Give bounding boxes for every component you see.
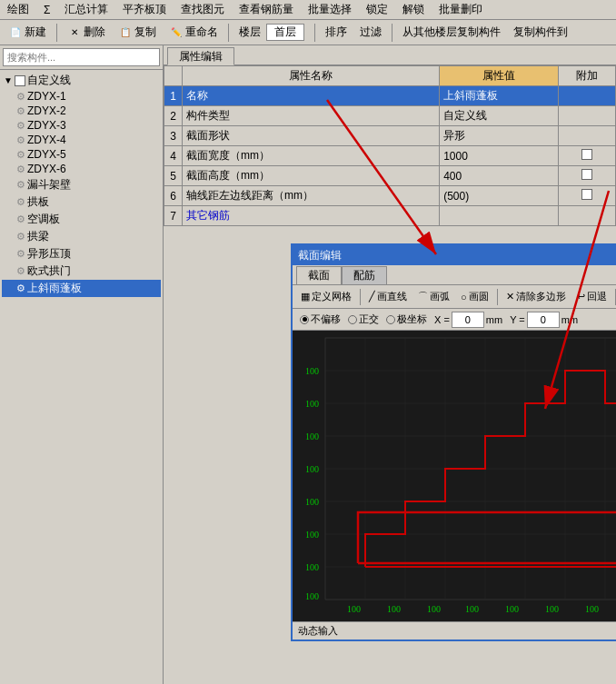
menu-draw[interactable]: 绘图	[4, 1, 33, 18]
search-input[interactable]	[3, 48, 160, 66]
sidebar-item-zdyx3[interactable]: ⚙ ZDYX-3	[2, 118, 161, 133]
sidebar-item-zdyx5[interactable]: ⚙ ZDYX-5	[2, 147, 161, 162]
sidebar-item-arcbeam[interactable]: ⚙ 拱梁	[2, 228, 161, 245]
col-extra-header: 附加	[559, 66, 616, 86]
menu-bar: 绘图 Σ 汇总计算 平齐板顶 查找图元 查看钢筋量 批量选择 锁定 解锁 批量删…	[0, 0, 616, 20]
sidebar-item-arch-door[interactable]: ⚙ 欧式拱门	[2, 263, 161, 280]
table-row: 6 轴线距左边线距离（mm） (500)	[164, 186, 616, 206]
row-num-7: 7	[164, 206, 183, 226]
prop-name-4: 截面宽度（mm）	[183, 146, 440, 166]
sidebar-item-arch[interactable]: ⚙ 拱板	[2, 193, 161, 211]
copy-button[interactable]: 📋 复制	[114, 22, 161, 43]
sep-d1	[360, 289, 361, 305]
no-offset-radio[interactable]: 不偏移	[300, 312, 341, 326]
polar-radio-circle	[386, 315, 395, 324]
prop-value-5[interactable]: 400	[440, 166, 559, 186]
menu-rebar-view[interactable]: 查看钢筋量	[235, 1, 297, 18]
col-name-header: 属性名称	[183, 66, 440, 86]
row-num-5: 5	[164, 166, 183, 186]
layer-select[interactable]: 楼层 首层	[234, 21, 309, 44]
copy-struct-button[interactable]: 复制构件到	[509, 22, 572, 43]
draw-rect-button[interactable]: ○ 画圆	[456, 288, 493, 305]
menu-align[interactable]: 平齐板顶	[119, 1, 170, 18]
checkbox-5[interactable]	[581, 169, 592, 180]
menu-batch-print[interactable]: 批量删印	[435, 1, 486, 18]
sep1	[56, 24, 57, 42]
prop-extra-4[interactable]	[559, 146, 616, 166]
menu-sigma[interactable]: Σ	[40, 3, 54, 17]
prop-value-3[interactable]: 异形	[440, 126, 559, 146]
tree-area: ▼ 自定义线 ⚙ ZDYX-1 ⚙ ZDYX-2 ⚙ ZDYX-3 ⚙ ZDYX…	[0, 70, 163, 684]
tab-attr-edit[interactable]: 属性编辑	[167, 47, 234, 65]
prop-name-6: 轴线距左边线距离（mm）	[183, 186, 440, 206]
prop-extra-1	[559, 86, 616, 106]
clear-poly-button[interactable]: ✕ 清除多边形	[502, 288, 571, 305]
draw-arc-button[interactable]: ⌒ 画弧	[413, 288, 454, 305]
menu-batch-select[interactable]: 批量选择	[304, 1, 355, 18]
x-input[interactable]	[452, 312, 484, 328]
prop-value-1[interactable]: 上斜雨蓬板	[440, 86, 559, 106]
table-row: 1 名称 上斜雨蓬板	[164, 86, 616, 106]
x-label-3: 100	[427, 604, 441, 614]
gear-icon-3: ⚙	[16, 120, 25, 132]
checkbox-root[interactable]	[15, 75, 25, 86]
prop-extra-2	[559, 106, 616, 126]
gear-icon-6: ⚙	[16, 164, 25, 175]
rename-button[interactable]: ✏️ 重命名	[164, 22, 223, 43]
sidebar-item-zdyx4[interactable]: ⚙ ZDYX-4	[2, 133, 161, 147]
left-label-7: 100	[305, 562, 319, 572]
sep4	[392, 24, 392, 42]
checkbox-4[interactable]	[581, 149, 592, 160]
sort-button[interactable]: 排序	[321, 22, 352, 43]
row-num-4: 4	[164, 146, 183, 166]
prop-extra-6[interactable]	[559, 186, 616, 206]
prop-value-7[interactable]	[440, 206, 559, 226]
new-button[interactable]: 📄 新建	[4, 22, 51, 43]
prop-value-2[interactable]: 自定义线	[440, 106, 559, 126]
gear-icon-4: ⚙	[16, 134, 25, 146]
undo-button[interactable]: ↩ 回退	[572, 288, 611, 305]
menu-unlock[interactable]: 解锁	[399, 1, 428, 18]
sidebar-item-zdyx2[interactable]: ⚙ ZDYX-2	[2, 104, 161, 118]
delete-button[interactable]: ✕ 删除	[63, 22, 110, 43]
y-input[interactable]	[527, 312, 560, 328]
dialog-tab-rebar[interactable]: 配筋	[342, 266, 387, 284]
sidebar-item-funnel[interactable]: ⚙ 漏斗架壁	[2, 176, 161, 193]
orthogonal-radio[interactable]: 正交	[348, 312, 379, 326]
gear-icon-7: ⚙	[16, 179, 25, 191]
menu-lock[interactable]: 锁定	[363, 1, 392, 18]
define-grid-button[interactable]: ▦ 定义网格	[296, 288, 356, 305]
prop-name-5: 截面高度（mm）	[183, 166, 440, 186]
gear-icon-10: ⚙	[16, 231, 25, 243]
menu-find[interactable]: 查找图元	[177, 1, 228, 18]
grid-icon: ▦	[301, 291, 310, 302]
tree-root[interactable]: ▼ 自定义线	[2, 72, 161, 89]
svg-rect-0	[293, 331, 616, 621]
dialog-tab-section[interactable]: 截面	[296, 266, 342, 284]
prop-extra-5[interactable]	[559, 166, 616, 186]
draw-line-button[interactable]: ╱ 画直线	[364, 288, 412, 305]
x-label-5: 100	[505, 604, 519, 614]
sidebar-item-rain-canopy[interactable]: ⚙ 上斜雨蓬板	[2, 280, 161, 297]
sep2	[228, 24, 229, 42]
row-num-3: 3	[164, 126, 183, 146]
dialog-titlebar: 截面编辑	[293, 245, 616, 265]
menu-calc[interactable]: 汇总计算	[61, 1, 112, 18]
canvas-svg: 200 200 200 100 100 100 100 100 100 100 …	[293, 331, 616, 621]
sidebar-item-zdyx1[interactable]: ⚙ ZDYX-1	[2, 89, 161, 104]
sidebar-item-irregular[interactable]: ⚙ 异形压顶	[2, 245, 161, 263]
sidebar-item-ac[interactable]: ⚙ 空调板	[2, 211, 161, 228]
copy-from-button[interactable]: 从其他楼层复制构件	[398, 22, 505, 43]
undo-icon: ↩	[577, 291, 585, 302]
x-label-2: 100	[387, 604, 401, 614]
x-label-7: 100	[585, 604, 599, 614]
checkbox-6[interactable]	[581, 189, 592, 200]
filter-button[interactable]: 过滤	[355, 22, 386, 43]
main-toolbar: 📄 新建 ✕ 删除 📋 复制 ✏️ 重命名 楼层 首层 排序 过滤 从其他楼层复…	[0, 20, 616, 45]
left-label-3: 100	[305, 431, 319, 441]
sidebar-item-zdyx6[interactable]: ⚙ ZDYX-6	[2, 162, 161, 176]
polar-radio[interactable]: 极坐标	[386, 312, 427, 326]
prop-value-6[interactable]: (500)	[440, 186, 559, 206]
drawing-canvas[interactable]: 200 200 200 100 100 100 100 100 100 100 …	[293, 331, 616, 621]
prop-value-4[interactable]: 1000	[440, 146, 559, 166]
